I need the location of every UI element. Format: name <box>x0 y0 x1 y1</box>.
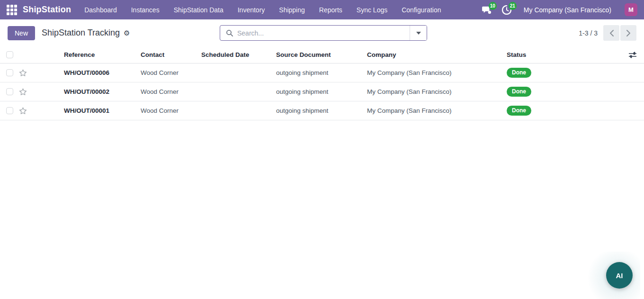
pager-previous-button[interactable] <box>603 25 619 41</box>
messages-icon[interactable]: 10 <box>481 4 492 16</box>
pager-range: 1-3 / 3 <box>579 29 598 37</box>
menu-instances[interactable]: Instances <box>131 6 160 14</box>
header-reference[interactable]: Reference <box>38 51 141 58</box>
chevron-left-icon <box>609 30 614 36</box>
row-checkbox[interactable] <box>6 107 13 114</box>
menu-dashboard[interactable]: Dashboard <box>84 6 117 14</box>
new-button[interactable]: New <box>8 26 35 40</box>
search-input[interactable] <box>237 26 410 40</box>
cell-contact: Wood Corner <box>141 107 201 114</box>
status-badge: Done <box>507 68 531 77</box>
favorite-star-icon[interactable] <box>19 107 38 115</box>
optional-columns-button[interactable] <box>621 52 644 58</box>
cell-company: My Company (San Francisco) <box>367 69 507 76</box>
list-view: Reference Contact Scheduled Date Source … <box>0 46 644 120</box>
row-checkbox[interactable] <box>6 69 13 76</box>
cell-reference: WH/OUT/00002 <box>38 88 141 95</box>
table-row[interactable]: WH/OUT/00001 Wood Corner outgoing shipme… <box>0 101 644 120</box>
activities-count-badge: 21 <box>509 2 517 10</box>
app-brand[interactable]: ShipStation <box>23 5 71 15</box>
status-badge: Done <box>507 106 531 115</box>
main-menu: Dashboard Instances ShipStation Data Inv… <box>84 6 441 14</box>
table-row[interactable]: WH/OUT/00006 Wood Corner outgoing shipme… <box>0 63 644 82</box>
menu-sync-logs[interactable]: Sync Logs <box>357 6 387 14</box>
action-gear-icon[interactable]: ⚙ <box>124 29 130 36</box>
cell-source-document: outgoing shipment <box>276 69 367 76</box>
cell-reference: WH/OUT/00006 <box>38 69 141 76</box>
messages-count-badge: 10 <box>489 2 497 10</box>
search-dropdown-toggle[interactable] <box>410 26 427 40</box>
favorite-star-icon[interactable] <box>19 88 38 96</box>
cell-company: My Company (San Francisco) <box>367 88 507 95</box>
company-switcher[interactable]: My Company (San Francisco) <box>524 6 611 14</box>
apps-grid-icon[interactable] <box>7 5 17 15</box>
page-title: ShipStation Tracking <box>42 28 120 38</box>
cell-source-document: outgoing shipment <box>276 107 367 114</box>
sliders-icon <box>629 52 636 58</box>
status-badge: Done <box>507 87 531 96</box>
menu-inventory[interactable]: Inventory <box>238 6 265 14</box>
favorite-star-icon[interactable] <box>19 69 38 77</box>
cell-reference: WH/OUT/00001 <box>38 107 141 114</box>
header-scheduled-date[interactable]: Scheduled Date <box>201 51 276 58</box>
pager-next-button[interactable] <box>620 25 636 41</box>
header-company[interactable]: Company <box>367 51 507 58</box>
menu-configuration[interactable]: Configuration <box>402 6 441 14</box>
cell-contact: Wood Corner <box>141 88 201 95</box>
cell-contact: Wood Corner <box>141 69 201 76</box>
menu-shipstation-data[interactable]: ShipStation Data <box>174 6 224 14</box>
activities-icon[interactable]: 21 <box>501 4 512 16</box>
top-navbar: ShipStation Dashboard Instances ShipStat… <box>0 0 644 19</box>
pager: 1-3 / 3 <box>579 25 636 41</box>
table-header-row: Reference Contact Scheduled Date Source … <box>0 46 644 63</box>
search-bar <box>220 25 427 41</box>
breadcrumb: ShipStation Tracking ⚙ <box>42 28 130 38</box>
control-panel: New ShipStation Tracking ⚙ 1-3 / 3 <box>0 19 644 46</box>
menu-reports[interactable]: Reports <box>319 6 342 14</box>
user-avatar[interactable]: M <box>625 3 637 16</box>
header-status[interactable]: Status <box>507 51 621 58</box>
cell-source-document: outgoing shipment <box>276 88 367 95</box>
row-checkbox[interactable] <box>6 88 13 95</box>
select-all-checkbox[interactable] <box>6 51 13 58</box>
search-icon <box>220 29 237 37</box>
chevron-down-icon <box>416 32 421 35</box>
header-source-document[interactable]: Source Document <box>276 51 367 58</box>
ai-assistant-button[interactable]: AI <box>606 262 633 289</box>
header-contact[interactable]: Contact <box>141 51 201 58</box>
systray: 10 21 My Company (San Francisco) M <box>481 3 637 16</box>
cell-company: My Company (San Francisco) <box>367 107 507 114</box>
table-row[interactable]: WH/OUT/00002 Wood Corner outgoing shipme… <box>0 82 644 101</box>
menu-shipping[interactable]: Shipping <box>279 6 305 14</box>
chevron-right-icon <box>626 30 631 36</box>
